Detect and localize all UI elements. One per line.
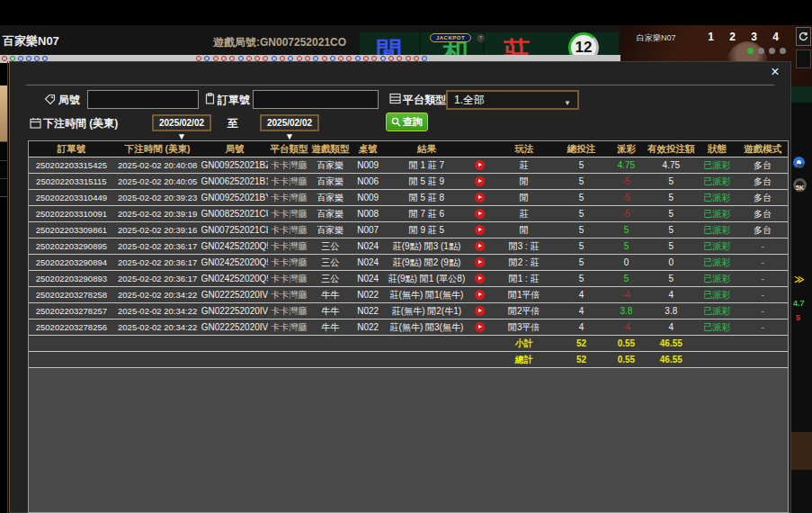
- col-platform: 平台類型: [268, 141, 309, 157]
- replay-button[interactable]: [475, 290, 485, 300]
- replay-button[interactable]: [475, 209, 485, 219]
- cell-method: 閒3 : 莊: [492, 238, 557, 254]
- cell-method: 閒: [492, 222, 557, 238]
- cell-valid: 5: [646, 206, 696, 221]
- cell-play: [468, 271, 492, 286]
- cell-order: 250202203278258: [29, 287, 114, 302]
- cell-table: N024: [351, 238, 385, 254]
- round-input[interactable]: [87, 90, 199, 109]
- cell-order: 250202203310449: [29, 190, 114, 205]
- platform-filter-label: 平台類型: [403, 93, 446, 108]
- table-row: 2502022032908952025-02-02 20:36:17GN0242…: [29, 238, 788, 255]
- cell-time: 2025-02-02 20:40:05: [114, 174, 201, 189]
- collapse-arrows-icon[interactable]: ≫: [794, 274, 805, 285]
- close-icon[interactable]: ×: [767, 64, 783, 80]
- cell-round: GN008252021CU: [201, 206, 269, 221]
- cell-valid: 0: [646, 255, 696, 270]
- replay-button[interactable]: [475, 225, 485, 235]
- replay-button[interactable]: [475, 257, 485, 267]
- side-panel-button[interactable]: [796, 50, 811, 68]
- cell-round: GN022252020IV: [201, 303, 269, 319]
- cell-platform: 卡卡灣廳: [268, 320, 309, 335]
- col-order: 訂單號: [29, 141, 114, 157]
- col-round: 局號: [201, 141, 269, 157]
- platform-select[interactable]: 1.全部 ▼: [446, 90, 579, 110]
- cell-game: 百家樂: [309, 158, 351, 173]
- cell-mode: -: [737, 303, 788, 319]
- cell-time: 2025-02-02 20:39:23: [114, 190, 201, 205]
- cell-method: 閒2平倍: [492, 303, 557, 319]
- cell-valid: 5: [646, 190, 696, 205]
- video-table-label: 白家樂N07: [637, 32, 676, 44]
- cell-game: 三公: [309, 238, 351, 254]
- refresh-icon[interactable]: [796, 27, 811, 46]
- cell-play: [468, 206, 492, 221]
- jackpot-badge: JACKPOT: [430, 33, 471, 42]
- cell-game: 百家樂: [309, 190, 351, 205]
- col-game-type: 遊戲類型: [309, 141, 351, 157]
- cell-table: N007: [351, 222, 385, 238]
- bet-history-table: 訂單號 下注時間 (美東) 局號 平台類型 遊戲類型 桌號 結果 玩法 總投注 …: [28, 140, 789, 513]
- cell-order: 250202203278256: [29, 320, 114, 335]
- cell-game: 百家樂: [309, 206, 351, 221]
- side-value-red: 5: [796, 313, 800, 322]
- game-table-title: 百家樂N07: [3, 33, 59, 50]
- cell-platform: 卡卡灣廳: [268, 238, 309, 254]
- chip-5k[interactable]: 5K: [793, 178, 807, 192]
- cell-round: GN022252020IV: [201, 320, 269, 335]
- cell-order: 250202203290893: [29, 271, 114, 286]
- cell-time: 2025-02-02 20:36:17: [114, 238, 201, 254]
- replay-button[interactable]: [475, 306, 485, 316]
- col-method: 玩法: [492, 141, 557, 157]
- cell-table: N024: [351, 271, 385, 286]
- table-row: 2502022032782582025-02-02 20:34:22GN0222…: [29, 287, 788, 303]
- table-row: 2502022033154252025-02-02 20:40:08GN0092…: [29, 158, 788, 174]
- cell-play: [468, 255, 492, 270]
- bet-time-label: 下注時間 (美東): [43, 116, 118, 131]
- subtotal-valid: 46.55: [646, 336, 696, 351]
- cell-method: 莊: [492, 158, 557, 173]
- cell-time: 2025-02-02 20:34:22: [114, 287, 201, 302]
- cell-payout: 0: [606, 255, 646, 270]
- replay-button[interactable]: [475, 322, 485, 332]
- table-row: 2502022033098612025-02-02 20:39:16GN0072…: [29, 222, 788, 238]
- tag-icon: [44, 93, 56, 104]
- replay-button[interactable]: [475, 274, 485, 284]
- left-panel-border: [7, 61, 8, 513]
- cell-payout: -5: [606, 190, 646, 205]
- cell-mode: 多台: [737, 206, 788, 221]
- search-button[interactable]: 查詢: [386, 112, 428, 131]
- replay-button[interactable]: [475, 160, 485, 170]
- replay-button[interactable]: [475, 193, 485, 202]
- subtotal-payout: 0.55: [606, 336, 646, 351]
- cell-total: 5: [557, 238, 607, 254]
- camera-dots[interactable]: [747, 48, 786, 54]
- cell-result: 莊(9點) 閒3 (1點): [385, 238, 468, 254]
- date-from-select[interactable]: 2025/02/02 ▼: [152, 114, 211, 131]
- table-row: 2502022032908942025-02-02 20:36:17GN0242…: [29, 255, 788, 271]
- replay-button[interactable]: [475, 176, 485, 186]
- help-icon[interactable]: ?: [477, 34, 485, 42]
- chip-20[interactable]: 20: [793, 157, 805, 168]
- cell-platform: 卡卡灣廳: [268, 287, 309, 302]
- cell-valid: 5: [646, 174, 696, 189]
- cell-platform: 卡卡灣廳: [268, 303, 309, 319]
- felt-fragment: [791, 86, 812, 103]
- col-valid-bet: 有效投注額: [646, 141, 696, 157]
- replay-button[interactable]: [475, 241, 485, 251]
- cell-status: 已派彩: [696, 158, 737, 173]
- cell-valid: 4: [646, 320, 696, 335]
- cell-game: 百家樂: [309, 222, 351, 238]
- cell-method: 閒1平倍: [492, 287, 557, 302]
- date-to-select[interactable]: 2025/02/02 ▼: [260, 114, 319, 131]
- cell-mode: -: [737, 255, 788, 270]
- modal-divider: [26, 85, 774, 86]
- cell-time: 2025-02-02 20:39:19: [114, 206, 201, 221]
- cell-platform: 卡卡灣廳: [268, 206, 309, 221]
- cell-total: 5: [557, 190, 607, 205]
- cell-round: GN009252021BZ: [201, 158, 269, 173]
- cell-order: 250202203315115: [29, 174, 114, 189]
- cell-mode: 多台: [737, 222, 788, 238]
- order-input[interactable]: [253, 90, 379, 109]
- camera-numbers[interactable]: 1 2 3 4: [708, 31, 785, 43]
